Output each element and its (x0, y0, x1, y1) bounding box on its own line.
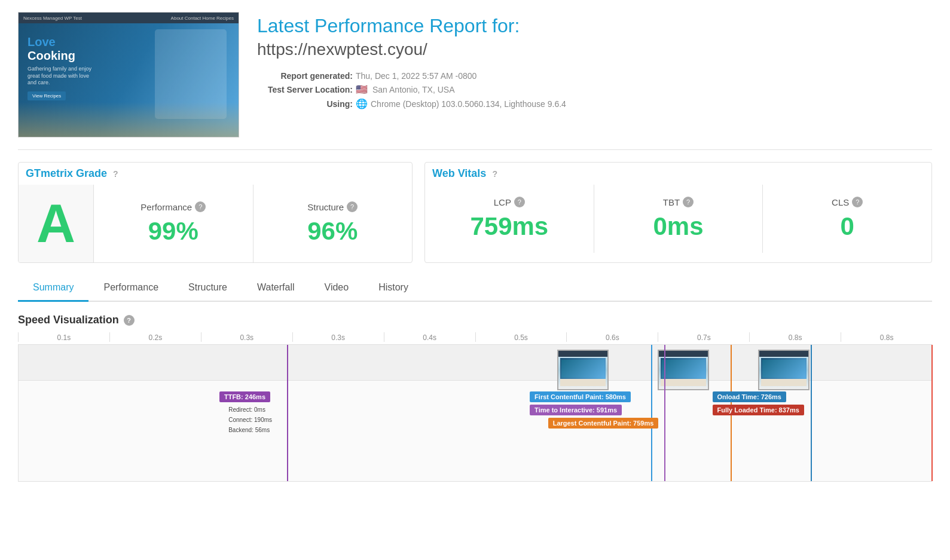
performance-label: Performance ? (140, 201, 206, 212)
tbt-metric: TBT ? 0ms (594, 185, 763, 253)
grades-section: GTmetrix Grade ? A Performance ? 99% (18, 162, 932, 263)
structure-help[interactable]: ? (347, 201, 358, 212)
ruler-4: 0.4s (384, 332, 475, 342)
performance-value: 99% (148, 217, 198, 246)
ttfb-sub3: Backend: 56ms (228, 425, 272, 435)
ttfb-line (287, 345, 288, 481)
tab-video[interactable]: Video (310, 275, 364, 302)
speed-viz-section: Speed Visualization ? 0.1s 0.2s 0.3s 0.3… (18, 314, 932, 482)
cls-metric: CLS ? 0 (763, 185, 931, 253)
structure-metric: Structure ? 96% (253, 185, 413, 262)
report-title: Latest Performance Report for: (257, 15, 932, 37)
speed-viz-title: Speed Visualization ? (18, 314, 932, 326)
using-value: Chrome (Desktop) 103.0.5060.134, Lightho… (371, 99, 566, 109)
report-info: Latest Performance Report for: https://n… (257, 12, 932, 109)
thumbnail-nav-text: Nexcess Managed WP Test (23, 16, 82, 21)
generated-label: Report generated: (257, 71, 353, 81)
ttfb-sub: Redirect: 0ms Connect: 190ms Backend: 56… (228, 405, 272, 435)
grade-letter-box: A (19, 185, 94, 262)
ruler-1: 0.2s (109, 332, 201, 342)
ruler-9: 0.8s (841, 332, 932, 342)
chrome-icon: 🌐 (356, 98, 368, 109)
ruler-8: 0.8s (749, 332, 841, 342)
lcp-label: LCP ? (494, 197, 525, 207)
cls-label: CLS ? (832, 197, 863, 207)
structure-label: Structure ? (307, 201, 358, 212)
fcp-annotation: First Contentful Paint: 580ms (530, 391, 631, 402)
structure-value: 96% (307, 217, 358, 246)
report-url: https://nexwptest.cyou/ (257, 40, 932, 59)
meta-server: Test Server Location: 🇺🇸 San Antonio, TX… (257, 84, 932, 95)
tab-structure[interactable]: Structure (173, 275, 242, 302)
webvitals-content: LCP ? 759ms TBT ? 0ms CLS ? (425, 185, 931, 253)
meta-using: Using: 🌐 Chrome (Desktop) 103.0.5060.134… (257, 98, 932, 109)
timeline-body: TTFB: 246ms Redirect: 0ms Connect: 190ms… (18, 344, 932, 482)
tbt-value: 0ms (653, 212, 703, 241)
tab-performance[interactable]: Performance (88, 275, 173, 302)
webvitals-title: Web Vitals ? (425, 163, 931, 185)
lcp-metric: LCP ? 759ms (425, 185, 594, 253)
meta-generated: Report generated: Thu, Dec 1, 2022 5:57 … (257, 71, 932, 81)
grade-metrics: Performance ? 99% Structure ? 96% (94, 185, 412, 262)
viz-ruler: 0.1s 0.2s 0.3s 0.3s 0.4s 0.5s 0.6s 0.7s … (18, 332, 932, 342)
performance-metric: Performance ? 99% (94, 185, 253, 262)
ttfb-sub1: Redirect: 0ms (228, 405, 272, 415)
webvitals-panel: Web Vitals ? LCP ? 759ms TBT ? 0ms (424, 162, 932, 263)
server-label: Test Server Location: (257, 85, 353, 94)
ruler-2: 0.3s (201, 332, 292, 342)
onload-line (811, 345, 812, 481)
screenshot-thumb-1 (557, 350, 609, 390)
gtmetrix-title: GTmetrix Grade ? (19, 163, 412, 185)
gtmetrix-panel: GTmetrix Grade ? A Performance ? 99% (18, 162, 413, 263)
tti-line (664, 345, 665, 481)
onload-annotation: Onload Time: 726ms (713, 391, 786, 402)
report-meta: Report generated: Thu, Dec 1, 2022 5:57 … (257, 71, 932, 109)
fully-loaded-line (931, 345, 933, 481)
gtmetrix-content: A Performance ? 99% Structure ? (19, 185, 412, 262)
screenshot-thumb-2 (658, 350, 709, 390)
tabs: Summary Performance Structure Waterfall … (18, 275, 932, 301)
screenshot-thumb-3 (758, 350, 810, 390)
tab-waterfall[interactable]: Waterfall (242, 275, 310, 302)
thumbnail-love-text: Love (28, 35, 99, 49)
thumbnail-cooking-text: Cooking (28, 49, 99, 63)
ruler-5: 0.5s (475, 332, 567, 342)
speed-viz-help[interactable]: ? (124, 315, 135, 326)
webvitals-help[interactable]: ? (492, 169, 497, 179)
ruler-7: 0.7s (658, 332, 749, 342)
grade-letter: A (36, 197, 75, 250)
lcp-help[interactable]: ? (514, 197, 525, 207)
tbt-help[interactable]: ? (683, 197, 694, 207)
lcp-value: 759ms (470, 212, 548, 241)
tabs-section: Summary Performance Structure Waterfall … (18, 275, 932, 302)
using-label: Using: (257, 99, 353, 109)
site-thumbnail: Nexcess Managed WP Test About Contact Ho… (18, 12, 239, 137)
ttfb-sub2: Connect: 190ms (228, 415, 272, 425)
server-value: San Antonio, TX, USA (372, 85, 455, 94)
gtmetrix-help[interactable]: ? (113, 169, 118, 179)
flag-icon: 🇺🇸 (356, 84, 368, 95)
cls-value: 0 (841, 212, 854, 241)
ttfb-annotation: TTFB: 246ms (219, 391, 270, 402)
fcp-line (651, 345, 652, 481)
cls-help[interactable]: ? (852, 197, 863, 207)
tti-annotation: Time to Interactive: 591ms (530, 405, 622, 415)
generated-value: Thu, Dec 1, 2022 5:57 AM -0800 (356, 71, 476, 81)
ruler-6: 0.6s (566, 332, 658, 342)
tbt-label: TBT ? (663, 197, 694, 207)
fully-loaded-annotation: Fully Loaded Time: 837ms (713, 405, 804, 415)
ruler-0: 0.1s (18, 332, 109, 342)
performance-help[interactable]: ? (195, 201, 206, 212)
lcp-annotation: Largest Contentful Paint: 759ms (548, 418, 659, 429)
ruler-3: 0.3s (292, 332, 384, 342)
tab-history[interactable]: History (363, 275, 423, 302)
header-section: Nexcess Managed WP Test About Contact Ho… (18, 12, 932, 150)
tab-summary[interactable]: Summary (18, 275, 88, 302)
